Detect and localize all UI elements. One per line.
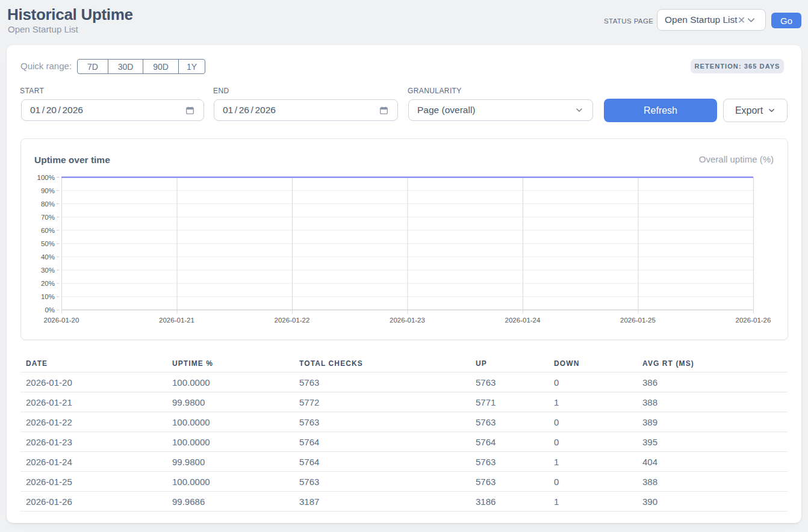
svg-text:2026-01-25: 2026-01-25 [620,317,656,324]
svg-text:2026-01-26: 2026-01-26 [736,317,771,324]
svg-text:2026-01-22: 2026-01-22 [275,317,310,324]
svg-text:0%: 0% [45,306,55,314]
svg-text:2026-01-24: 2026-01-24 [505,317,541,324]
svg-text:100%: 100% [37,174,55,181]
svg-text:40%: 40% [41,253,55,261]
svg-text:10%: 10% [41,293,55,300]
svg-text:2026-01-23: 2026-01-23 [390,317,425,324]
svg-text:60%: 60% [41,227,55,234]
svg-text:50%: 50% [41,240,55,247]
svg-text:70%: 70% [41,214,55,221]
svg-text:2026-01-20: 2026-01-20 [44,317,79,324]
svg-text:80%: 80% [41,200,55,208]
svg-text:20%: 20% [41,280,55,287]
svg-text:90%: 90% [41,187,55,194]
svg-text:2026-01-21: 2026-01-21 [159,317,194,324]
svg-text:30%: 30% [41,267,55,274]
